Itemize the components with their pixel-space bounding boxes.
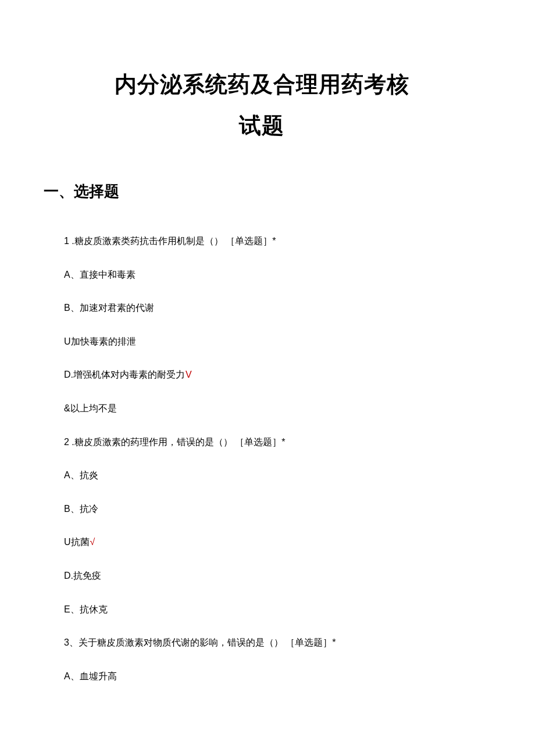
question-text: 关于糖皮质激素对物质代谢的影响，错误的是（） ［单选题］* <box>79 637 336 647</box>
option-c: U抗菌√ <box>64 535 477 550</box>
question-prompt: 1 .糖皮质激素类药抗击作用机制是（） ［单选题］* <box>64 234 477 249</box>
option-d: D.增强机体对内毒素的耐受力V <box>64 367 477 382</box>
section-heading: 一、选择题 <box>44 181 477 202</box>
option-a: A、直接中和毒素 <box>64 267 477 282</box>
option-e: &以上均不是 <box>64 401 477 416</box>
option-b: B、加速对君素的代谢 <box>64 300 477 316</box>
option-a: A、抗炎 <box>64 468 477 483</box>
question-number: 2 <box>64 437 69 447</box>
option-d: D.抗免疫 <box>64 568 477 583</box>
question-text: .糖皮质激素类药抗击作用机制是（） ［单选题］* <box>69 236 276 246</box>
option-label: D.增强机体对内毒素的耐受力 <box>64 370 185 379</box>
option-c: U加快毒素的排泄 <box>64 334 477 349</box>
option-b: B、抗冷 <box>64 501 477 517</box>
question-prompt: 3、关于糖皮质激素对物质代谢的影响，错误的是（） ［单选题］* <box>64 635 477 650</box>
questions-container: 1 .糖皮质激素类药抗击作用机制是（） ［单选题］* A、直接中和毒素 B、加速… <box>64 234 477 683</box>
question-text: .糖皮质激素的药理作用，错误的是（） ［单选题］* <box>69 437 286 447</box>
option-label: U抗菌 <box>64 537 90 547</box>
question-number: 3、 <box>64 637 79 647</box>
check-icon: V <box>186 370 192 379</box>
check-icon: √ <box>90 537 95 547</box>
title-line-1: 内分泌系统药及合理用药考核 <box>47 70 477 99</box>
question-number: 1 <box>64 236 69 246</box>
option-e: E、抗休克 <box>64 602 477 617</box>
title-line-2: 试题 <box>47 111 477 141</box>
option-a: A、血墟升高 <box>64 669 477 684</box>
document-title: 内分泌系统药及合理用药考核 试题 <box>47 70 477 141</box>
question-prompt: 2 .糖皮质激素的药理作用，错误的是（） ［单选题］* <box>64 435 477 450</box>
